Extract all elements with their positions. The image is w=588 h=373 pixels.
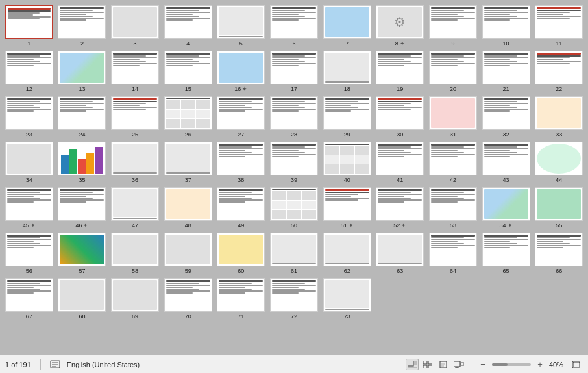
slide-item[interactable]: 56 bbox=[4, 233, 55, 274]
slide-thumbnail[interactable] bbox=[164, 142, 212, 175]
slide-item[interactable]: 3 bbox=[110, 5, 160, 47]
slide-item[interactable]: 52✦ bbox=[374, 187, 425, 229]
slide-thumbnail[interactable] bbox=[482, 187, 530, 221]
slide-thumbnail[interactable] bbox=[5, 51, 53, 84]
slide-thumbnail[interactable] bbox=[270, 96, 318, 130]
slide-item[interactable]: 45✦ bbox=[4, 187, 55, 229]
slide-sorter-button[interactable] bbox=[421, 359, 434, 370]
slide-item[interactable]: 38 bbox=[216, 142, 267, 183]
slide-thumbnail[interactable] bbox=[5, 233, 53, 266]
slide-thumbnail[interactable] bbox=[164, 96, 212, 130]
zoom-slider[interactable] bbox=[492, 363, 531, 366]
slide-item[interactable]: 10 bbox=[481, 5, 532, 47]
slide-thumbnail[interactable] bbox=[429, 51, 477, 84]
slide-item[interactable]: 24 bbox=[57, 96, 108, 138]
slide-item[interactable]: 31 bbox=[428, 96, 478, 138]
slide-thumbnail[interactable] bbox=[164, 51, 212, 84]
zoom-in-button[interactable]: + bbox=[533, 359, 546, 370]
slide-thumbnail[interactable] bbox=[270, 51, 318, 84]
slide-thumbnail[interactable] bbox=[217, 5, 265, 39]
slide-item[interactable]: ⚙8✦ bbox=[374, 5, 425, 47]
slide-thumbnail[interactable] bbox=[5, 187, 53, 221]
slide-thumbnail[interactable] bbox=[58, 5, 106, 39]
slide-item[interactable]: 54✦ bbox=[481, 187, 532, 229]
slide-item[interactable]: 30 bbox=[374, 96, 425, 138]
slide-item[interactable]: 6 bbox=[269, 5, 319, 47]
slide-thumbnail[interactable] bbox=[376, 51, 424, 84]
slide-thumbnail[interactable] bbox=[376, 96, 424, 130]
slide-thumbnail[interactable] bbox=[429, 96, 477, 130]
slide-item[interactable]: 36 bbox=[110, 142, 160, 183]
slide-item[interactable]: 65 bbox=[481, 233, 532, 274]
slide-thumbnail[interactable] bbox=[164, 5, 212, 39]
slide-thumbnail[interactable] bbox=[429, 233, 477, 266]
slide-grid-area[interactable]: 1234567⚙8✦910111213141516✦17181920212223… bbox=[0, 0, 588, 355]
slide-thumbnail[interactable] bbox=[429, 5, 477, 39]
slide-item[interactable]: 55 bbox=[533, 187, 584, 229]
slide-item[interactable]: 64 bbox=[428, 233, 478, 274]
slide-item[interactable]: 20 bbox=[428, 51, 478, 92]
slide-thumbnail[interactable] bbox=[482, 5, 530, 39]
slide-thumbnail[interactable] bbox=[164, 278, 212, 312]
slide-item[interactable]: 16✦ bbox=[216, 51, 267, 92]
slide-thumbnail[interactable] bbox=[58, 96, 106, 130]
slide-item[interactable]: 51✦ bbox=[322, 187, 373, 229]
slide-item[interactable]: 35 bbox=[57, 142, 108, 183]
slide-item[interactable]: 23 bbox=[4, 96, 55, 138]
slide-thumbnail[interactable] bbox=[323, 96, 371, 130]
slide-item[interactable]: 29 bbox=[322, 96, 373, 138]
slide-item[interactable]: 68 bbox=[57, 278, 108, 320]
slide-thumbnail[interactable] bbox=[58, 233, 106, 266]
slide-thumbnail[interactable] bbox=[217, 278, 265, 312]
notes-button[interactable] bbox=[50, 360, 60, 369]
slide-item[interactable]: 73 bbox=[322, 278, 373, 320]
slide-thumbnail[interactable] bbox=[111, 233, 159, 266]
slide-thumbnail[interactable] bbox=[58, 278, 106, 312]
slide-thumbnail[interactable] bbox=[429, 142, 477, 175]
slide-thumbnail[interactable] bbox=[164, 233, 212, 266]
slide-item[interactable]: 32 bbox=[481, 96, 532, 138]
slide-item[interactable]: 49 bbox=[216, 187, 267, 229]
reading-view-button[interactable] bbox=[437, 359, 450, 370]
slide-thumbnail[interactable] bbox=[270, 5, 318, 39]
slide-item[interactable]: 27 bbox=[216, 96, 267, 138]
slide-item[interactable]: 50 bbox=[269, 187, 319, 229]
slide-item[interactable]: 57 bbox=[57, 233, 108, 274]
fit-page-button[interactable] bbox=[570, 359, 583, 370]
normal-view-button[interactable] bbox=[406, 359, 419, 370]
slide-thumbnail[interactable]: ⚙ bbox=[376, 5, 424, 39]
slide-thumbnail[interactable] bbox=[111, 5, 159, 39]
slide-item[interactable]: 63 bbox=[374, 233, 425, 274]
slide-item[interactable]: 28 bbox=[269, 96, 319, 138]
slide-item[interactable]: 43 bbox=[481, 142, 532, 183]
slide-thumbnail[interactable] bbox=[535, 142, 583, 175]
slide-thumbnail[interactable] bbox=[376, 142, 424, 175]
slide-item[interactable]: 1 bbox=[4, 5, 55, 47]
slide-thumbnail[interactable] bbox=[535, 51, 583, 84]
slide-item[interactable]: 25 bbox=[110, 96, 160, 138]
slide-item[interactable]: 13 bbox=[57, 51, 108, 92]
slide-thumbnail[interactable] bbox=[482, 142, 530, 175]
slide-thumbnail[interactable] bbox=[323, 233, 371, 266]
slide-item[interactable]: 62 bbox=[322, 233, 373, 274]
slide-thumbnail[interactable] bbox=[482, 96, 530, 130]
slide-item[interactable]: 47 bbox=[110, 187, 160, 229]
slide-item[interactable]: 26 bbox=[163, 96, 214, 138]
slide-item[interactable]: 17 bbox=[269, 51, 319, 92]
slide-item[interactable]: 48 bbox=[163, 187, 214, 229]
slide-item[interactable]: 15 bbox=[163, 51, 214, 92]
slide-item[interactable]: 69 bbox=[110, 278, 160, 320]
slide-thumbnail[interactable] bbox=[111, 278, 159, 312]
slide-thumbnail[interactable] bbox=[270, 233, 318, 266]
slide-item[interactable]: 7 bbox=[322, 5, 373, 47]
slide-item[interactable]: 2 bbox=[57, 5, 108, 47]
slide-item[interactable]: 11 bbox=[533, 5, 584, 47]
slide-thumbnail[interactable] bbox=[5, 96, 53, 130]
slide-item[interactable]: 4 bbox=[163, 5, 214, 47]
slide-item[interactable]: 9 bbox=[428, 5, 478, 47]
slide-thumbnail[interactable] bbox=[535, 96, 583, 130]
slide-thumbnail[interactable] bbox=[111, 51, 159, 84]
slide-thumbnail[interactable] bbox=[111, 96, 159, 130]
slide-item[interactable]: 70 bbox=[163, 278, 214, 320]
slide-thumbnail[interactable] bbox=[5, 5, 53, 39]
